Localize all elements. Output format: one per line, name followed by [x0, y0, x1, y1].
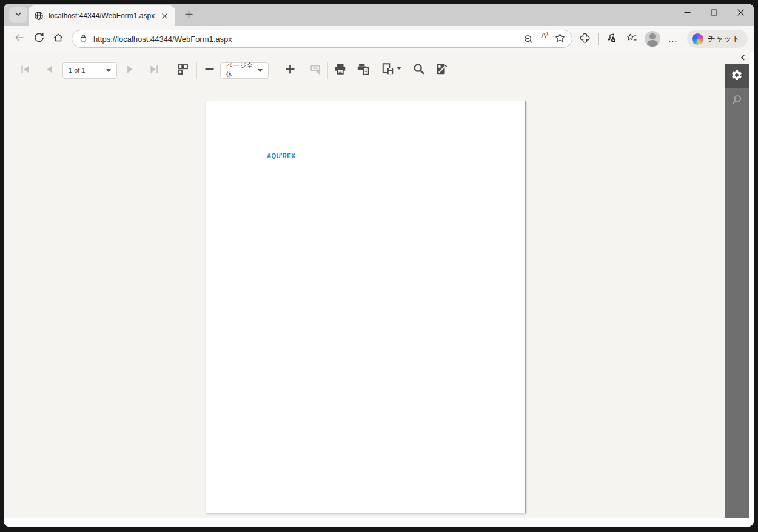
- page-indicator: 1 of 1: [69, 67, 86, 74]
- copilot-logo-icon: [692, 33, 703, 45]
- globe-favicon-icon: [34, 11, 44, 21]
- multipage-view-button[interactable]: [175, 63, 190, 78]
- first-page-icon: [19, 63, 32, 78]
- next-page-icon: [124, 63, 136, 78]
- tab-search-button[interactable]: [9, 7, 27, 23]
- maximize-button[interactable]: [700, 4, 727, 23]
- printer-page-icon: [357, 62, 370, 78]
- copilot-chat-button[interactable]: チャット: [687, 30, 748, 48]
- print-button[interactable]: [333, 63, 347, 78]
- star-icon: [555, 33, 565, 45]
- zoom-value: ページ全体: [226, 61, 258, 79]
- new-tab-button[interactable]: [181, 8, 196, 22]
- panel-collapse-button[interactable]: [739, 53, 746, 64]
- refresh-icon: [34, 33, 44, 45]
- window-controls: [674, 4, 754, 23]
- plus-icon: [284, 63, 297, 78]
- page-content: 1 of 1: [4, 52, 754, 527]
- home-icon: [53, 32, 64, 45]
- address-bar[interactable]: https://localhost:44344/WebForm1.aspx A): [72, 30, 572, 48]
- back-arrow-icon: [14, 32, 25, 45]
- favorite-this-page-button[interactable]: [552, 31, 568, 47]
- zoom-out-page-button[interactable]: [521, 31, 537, 47]
- titlebar: localhost:44344/WebForm1.aspx: [4, 4, 754, 26]
- favorites-button[interactable]: [623, 30, 640, 47]
- page-selector-dropdown[interactable]: 1 of 1: [62, 62, 117, 79]
- tab-title: localhost:44344/WebForm1.aspx: [49, 12, 159, 20]
- edit-document-button[interactable]: [435, 63, 449, 78]
- browser-essentials-button[interactable]: [577, 30, 594, 47]
- minimize-button[interactable]: [674, 4, 700, 23]
- first-page-button[interactable]: [18, 63, 32, 78]
- next-page-button[interactable]: [122, 63, 137, 78]
- search-icon: [412, 62, 426, 78]
- last-page-button[interactable]: [147, 63, 161, 78]
- url-text: https://localhost:44344/WebForm1.aspx: [93, 35, 521, 44]
- parameters-tab-button[interactable]: [725, 64, 749, 88]
- company-logo: AQU'REX: [267, 153, 295, 159]
- maximize-icon: [710, 8, 718, 19]
- home-button[interactable]: [50, 30, 67, 47]
- plus-icon: [184, 10, 193, 21]
- dropdown-caret-icon: [397, 67, 401, 70]
- lock-icon: [79, 33, 88, 45]
- viewer-side-rail: [725, 64, 749, 518]
- browser-tab[interactable]: localhost:44344/WebForm1.aspx: [29, 5, 175, 26]
- browser-window: localhost:44344/WebForm1.aspx: [4, 4, 754, 527]
- toolbar-divider: [598, 33, 599, 45]
- zoom-in-button[interactable]: [283, 63, 297, 78]
- back-button[interactable]: [11, 30, 28, 47]
- search-button[interactable]: [412, 63, 426, 78]
- read-aloud-icon: A: [541, 31, 546, 40]
- close-icon: [737, 8, 745, 19]
- document-edit-icon: [435, 62, 449, 78]
- multipage-icon: [176, 63, 189, 78]
- magnifier-icon: [731, 93, 743, 108]
- media-controls-button[interactable]: [603, 30, 620, 47]
- zoom-level-dropdown[interactable]: ページ全体: [220, 62, 269, 79]
- panel-collapse-row: [724, 52, 750, 64]
- previous-page-icon: [43, 63, 56, 78]
- toolbar-separator: [196, 62, 197, 79]
- report-toolbar: 1 of 1: [18, 61, 449, 79]
- toolbar-separator: [327, 62, 328, 79]
- search-tab-button[interactable]: [725, 88, 749, 113]
- browser-nav-toolbar: https://localhost:44344/WebForm1.aspx A): [4, 26, 754, 52]
- minus-icon: [203, 63, 216, 78]
- settings-and-more-button[interactable]: …: [665, 30, 682, 47]
- music-note-icon: [605, 32, 617, 46]
- tab-close-icon[interactable]: [159, 10, 170, 21]
- chevron-down-icon: [14, 10, 22, 21]
- dropdown-caret-icon: [106, 69, 111, 72]
- close-button[interactable]: [727, 4, 754, 23]
- last-page-icon: [148, 63, 161, 78]
- report-viewer: 1 of 1: [4, 52, 725, 518]
- toolbar-separator: [304, 62, 304, 79]
- read-aloud-button[interactable]: A): [537, 31, 552, 47]
- zoom-out-button[interactable]: [202, 63, 216, 78]
- ellipsis-icon: …: [668, 36, 678, 42]
- printer-icon: [334, 62, 347, 78]
- dropdown-caret-icon: [258, 69, 263, 72]
- toolbar-separator: [406, 62, 406, 79]
- minimize-icon: [683, 8, 691, 19]
- highlight-editing-fields-button[interactable]: [309, 63, 324, 78]
- report-document-page: AQU'REX: [206, 101, 526, 513]
- export-icon: [381, 62, 395, 78]
- gear-icon: [731, 69, 743, 84]
- previous-page-button[interactable]: [42, 63, 56, 78]
- editing-fields-icon: [310, 62, 323, 78]
- clover-icon: [579, 32, 591, 46]
- toolbar-separator: [170, 62, 170, 79]
- copilot-label: チャット: [708, 33, 740, 44]
- refresh-button[interactable]: [30, 30, 47, 47]
- profile-avatar[interactable]: [645, 31, 660, 47]
- print-page-button[interactable]: [356, 63, 371, 78]
- export-button[interactable]: [381, 63, 401, 78]
- star-lines-icon: [626, 32, 637, 46]
